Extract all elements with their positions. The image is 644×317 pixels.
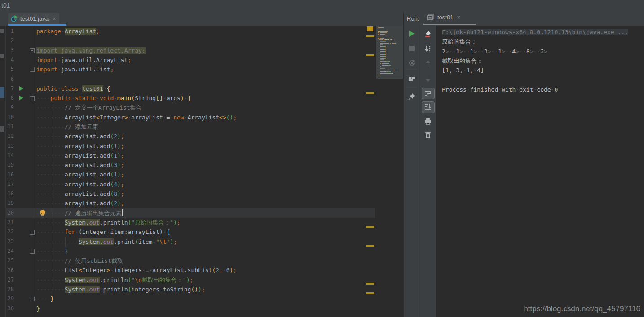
line-number: 17 bbox=[0, 180, 14, 189]
run-tab-test01[interactable]: test01 × bbox=[427, 14, 460, 21]
minimap-line bbox=[380, 46, 384, 47]
run-gutter-icon[interactable] bbox=[19, 96, 23, 100]
minimap-line bbox=[390, 65, 391, 66]
code-line-27: ········System.out.println("\n截取出的集合："); bbox=[36, 275, 373, 285]
editor-code[interactable]: package·ArrayList;import java.lang.refle… bbox=[36, 26, 373, 313]
run-gutter-icon[interactable] bbox=[19, 86, 23, 91]
minimap-line bbox=[386, 32, 387, 33]
delete-icon[interactable] bbox=[424, 132, 432, 139]
warning-stripe-mark[interactable] bbox=[366, 226, 374, 228]
line-number: 25 bbox=[0, 256, 14, 265]
line-number: 26 bbox=[0, 266, 14, 275]
minimap-line bbox=[385, 58, 386, 59]
fold-end-icon[interactable] bbox=[30, 67, 35, 72]
line-number: 5 bbox=[0, 65, 14, 74]
minimap-line bbox=[378, 34, 379, 35]
jump-to-end-icon[interactable] bbox=[424, 45, 432, 53]
restart-icon[interactable] bbox=[408, 59, 415, 66]
code-line-22: ········for·(Integer·item:arrayList)·{ bbox=[36, 227, 373, 237]
console-line bbox=[442, 75, 628, 84]
code-line-25: ········// 使用subList截取 bbox=[36, 256, 373, 265]
editor-pane[interactable]: 123−45678−910111213141516171819202122−23… bbox=[0, 26, 403, 317]
editor-tab-test01[interactable]: C test01.java × bbox=[8, 13, 59, 24]
line-number: 27 bbox=[0, 275, 14, 285]
pin-icon[interactable] bbox=[408, 93, 415, 100]
minimap-line bbox=[384, 34, 385, 35]
warning-stripe-mark[interactable] bbox=[366, 283, 374, 285]
code-line-28: ········System.out.println(integers.toSt… bbox=[36, 285, 373, 294]
line-number: 22 bbox=[0, 227, 14, 237]
minimap-line bbox=[384, 63, 389, 64]
warning-stripe-mark[interactable] bbox=[366, 35, 374, 37]
code-line-18: ········arrayList.add(8); bbox=[36, 189, 373, 198]
minimap[interactable] bbox=[376, 26, 403, 79]
indent-guide bbox=[51, 103, 51, 294]
code-line-29: ····} bbox=[36, 294, 373, 304]
layout-icon[interactable] bbox=[408, 75, 415, 83]
console-panel: F:\jdk-8u121-windows-x64_8.0.1210.13\bin… bbox=[436, 26, 644, 317]
line-number: 6 bbox=[0, 75, 14, 84]
minimap-line bbox=[380, 54, 384, 55]
print-icon[interactable] bbox=[424, 118, 432, 125]
line-number: 28 bbox=[0, 285, 14, 294]
stop-button[interactable] bbox=[408, 45, 415, 52]
warning-stripe-mark[interactable] bbox=[366, 54, 374, 56]
run-toolbar bbox=[404, 26, 419, 317]
run-tab-label: test01 bbox=[437, 14, 453, 21]
minimap-line bbox=[381, 39, 383, 40]
code-line-10: ········ArrayList<Integer>·arrayList·=·n… bbox=[36, 113, 373, 122]
line-number: 18 bbox=[0, 189, 14, 198]
warning-stripe-mark[interactable] bbox=[366, 292, 374, 294]
warning-stripe-mark[interactable] bbox=[366, 245, 374, 247]
run-tab-close-icon[interactable]: × bbox=[457, 14, 460, 21]
console-line: [1,·3,·1,·4] bbox=[442, 66, 628, 75]
minimap-line bbox=[380, 44, 383, 45]
minimap-line bbox=[385, 53, 386, 53]
line-number: 24 bbox=[0, 247, 14, 256]
editor-tab-label: test01.java bbox=[20, 15, 49, 22]
fold-end-icon[interactable] bbox=[30, 249, 35, 254]
line-number: 10 bbox=[0, 113, 14, 122]
minimap-line bbox=[396, 43, 396, 44]
scroll-to-end-icon[interactable] bbox=[422, 101, 435, 113]
down-stack-icon[interactable] bbox=[424, 75, 432, 82]
minimap-line bbox=[380, 59, 384, 60]
minimap-line bbox=[389, 61, 390, 62]
soft-wrap-icon[interactable] bbox=[422, 88, 435, 99]
rerun-button[interactable] bbox=[408, 30, 415, 37]
toolbar-separator bbox=[406, 71, 417, 71]
error-stripe[interactable] bbox=[364, 26, 376, 317]
watermark: https://blog.csdn.net/qq_45797116 bbox=[524, 304, 640, 313]
minimap-line bbox=[380, 68, 385, 69]
up-stack-icon[interactable] bbox=[424, 60, 432, 67]
fold-open-icon[interactable]: − bbox=[30, 48, 35, 53]
line-number: 2 bbox=[0, 36, 14, 45]
code-line-24: ········} bbox=[36, 247, 373, 256]
title-bar: t01 bbox=[0, 0, 644, 13]
window-title-fragment: t01 bbox=[1, 2, 10, 9]
minimap-line bbox=[386, 73, 392, 74]
clear-output-icon[interactable] bbox=[424, 31, 432, 38]
minimap-line bbox=[393, 73, 393, 74]
line-number: 23 bbox=[0, 237, 14, 247]
fold-open-icon[interactable]: − bbox=[30, 96, 35, 101]
console-output[interactable]: F:\jdk-8u121-windows-x64_8.0.1210.13\bin… bbox=[442, 27, 628, 94]
fold-open-icon[interactable]: − bbox=[30, 230, 35, 235]
minimap-line bbox=[380, 58, 384, 59]
fold-end-icon[interactable] bbox=[30, 297, 35, 301]
line-number: 11 bbox=[0, 122, 14, 132]
minimap-line bbox=[390, 71, 391, 72]
line-number: 12 bbox=[0, 132, 14, 141]
editor-tab-close-icon[interactable]: × bbox=[53, 15, 56, 22]
minimap-line bbox=[380, 41, 386, 42]
line-number: 1 bbox=[0, 26, 14, 36]
line-number: 20 bbox=[0, 208, 14, 218]
minimap-line bbox=[380, 43, 383, 44]
minimap-line bbox=[380, 63, 381, 64]
line-number: 13 bbox=[0, 141, 14, 151]
editor-tab-bar: C test01.java × bbox=[0, 13, 403, 26]
warning-stripe-mark[interactable] bbox=[366, 92, 374, 94]
minimap-line bbox=[380, 48, 384, 48]
minimap-line bbox=[382, 38, 384, 39]
minimap-line bbox=[385, 70, 388, 70]
